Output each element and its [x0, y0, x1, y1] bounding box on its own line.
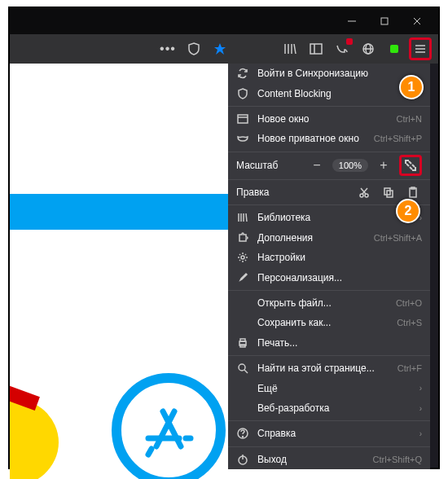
chevron-right-icon: › [419, 404, 422, 413]
search-icon [236, 362, 249, 375]
more-label: Ещё [257, 383, 411, 394]
customize-item[interactable]: Персонализация... [228, 267, 430, 287]
svg-line-23 [148, 449, 152, 455]
new-window-shortcut: Ctrl+N [397, 114, 422, 124]
settings-label: Настройки [257, 252, 422, 263]
blank-icon [236, 402, 249, 415]
new-private-shortcut: Ctrl+Shift+P [374, 134, 422, 143]
more-item[interactable]: Ещё › [228, 378, 430, 398]
library-label: Библиотека [257, 212, 411, 223]
copy-icon[interactable] [380, 187, 397, 198]
svg-point-26 [360, 194, 363, 197]
separator [228, 179, 430, 180]
new-window-label: Новое окно [257, 113, 389, 125]
new-window-item[interactable]: Новое окно Ctrl+N [228, 109, 430, 129]
separator [228, 290, 430, 291]
maximize-button[interactable] [368, 10, 401, 33]
open-file-label: Открыть файл... [257, 297, 388, 309]
zoom-row: Масштаб − 100% + [228, 154, 430, 177]
hamburger-menu: Войти в Синхронизацию Content Blocking Н… [228, 64, 430, 469]
callout-1: 1 [399, 75, 424, 99]
minimize-button[interactable] [336, 10, 368, 33]
brush-icon [236, 271, 249, 284]
svg-point-27 [365, 194, 368, 197]
blue-bar [10, 194, 230, 230]
webdev-label: Веб-разработка [257, 402, 411, 414]
save-as-item[interactable]: Сохранить как... Ctrl+S [228, 313, 430, 332]
shield-icon[interactable] [182, 37, 205, 60]
paste-icon[interactable] [404, 187, 422, 198]
sync-label: Войти в Синхронизацию [257, 68, 422, 79]
svg-rect-1 [381, 18, 388, 24]
exit-item[interactable]: Выход Ctrl+Shift+Q [228, 449, 430, 468]
open-file-shortcut: Ctrl+O [396, 298, 422, 308]
new-private-label: Новое приватное окно [257, 133, 366, 144]
callout-2: 2 [396, 199, 420, 223]
blank-icon [236, 316, 249, 329]
edit-row: Правка [228, 182, 430, 202]
svg-rect-13 [390, 45, 398, 53]
exit-label: Выход [257, 454, 364, 465]
webdev-item[interactable]: Веб-разработка › [228, 398, 430, 418]
svg-point-38 [241, 256, 244, 259]
titlebar [10, 8, 438, 34]
chevron-right-icon: › [419, 384, 422, 393]
find-shortcut: Ctrl+F [397, 363, 422, 373]
help-label: Справка [257, 428, 411, 439]
browser-window: ••• cribe ☟ Войти в Синхронизацию Conten… [8, 7, 440, 469]
print-label: Печать... [257, 337, 422, 349]
cut-icon[interactable] [355, 187, 373, 198]
addons-item[interactable]: Дополнения Ctrl+Shift+A [228, 228, 430, 248]
zoom-value[interactable]: 100% [332, 159, 368, 172]
globe-icon[interactable] [357, 37, 380, 60]
find-item[interactable]: Найти на этой странице... Ctrl+F [228, 358, 430, 378]
zoom-label: Масштаб [236, 160, 301, 171]
power-icon [236, 453, 249, 466]
page-content: cribe ☟ [10, 64, 230, 469]
shield-icon [236, 87, 249, 100]
addons-label: Дополнения [257, 232, 366, 244]
svg-rect-24 [238, 115, 248, 123]
page-actions-button[interactable]: ••• [156, 37, 179, 60]
svg-point-42 [239, 364, 245, 371]
new-private-item[interactable]: Новое приватное окно Ctrl+Shift+P [228, 129, 430, 148]
zoom-in-button[interactable]: + [373, 155, 394, 176]
separator [228, 420, 430, 421]
svg-line-43 [244, 370, 248, 373]
puzzle-icon [236, 231, 249, 244]
yellow-graphic [10, 373, 75, 479]
zoom-out-button[interactable]: − [306, 155, 327, 176]
svg-rect-8 [310, 44, 322, 54]
gear-icon [236, 251, 249, 264]
sync-icon [236, 67, 249, 80]
customize-label: Персонализация... [257, 272, 422, 283]
sync-item[interactable]: Войти в Синхронизацию [228, 64, 430, 83]
settings-item[interactable]: Настройки [228, 248, 430, 267]
mask-icon [236, 132, 249, 145]
extension-icon[interactable] [383, 37, 406, 60]
open-file-item[interactable]: Открыть файл... Ctrl+O [228, 293, 430, 313]
help-item[interactable]: Справка › [228, 424, 430, 443]
find-label: Найти на этой странице... [257, 363, 389, 374]
sidebar-icon[interactable] [305, 37, 327, 60]
svg-point-45 [243, 437, 244, 437]
bookmark-star-icon[interactable] [209, 37, 231, 60]
fullscreen-button[interactable] [399, 155, 422, 176]
svg-line-7 [294, 44, 296, 54]
separator [228, 106, 430, 107]
svg-line-37 [246, 213, 247, 222]
blank-icon [236, 297, 249, 310]
blank-icon [236, 382, 249, 395]
chevron-right-icon: › [419, 429, 422, 438]
hamburger-menu-button[interactable] [409, 37, 432, 60]
close-button[interactable] [401, 10, 433, 33]
library-icon[interactable] [279, 37, 301, 60]
separator [228, 355, 430, 356]
svg-rect-40 [240, 339, 245, 341]
content-blocking-label: Content Blocking [257, 88, 422, 99]
library-icon [236, 211, 249, 224]
vk-icon[interactable] [331, 37, 354, 60]
printer-icon [236, 336, 249, 349]
print-item[interactable]: Печать... [228, 333, 430, 353]
exit-shortcut: Ctrl+Shift+Q [372, 455, 422, 464]
